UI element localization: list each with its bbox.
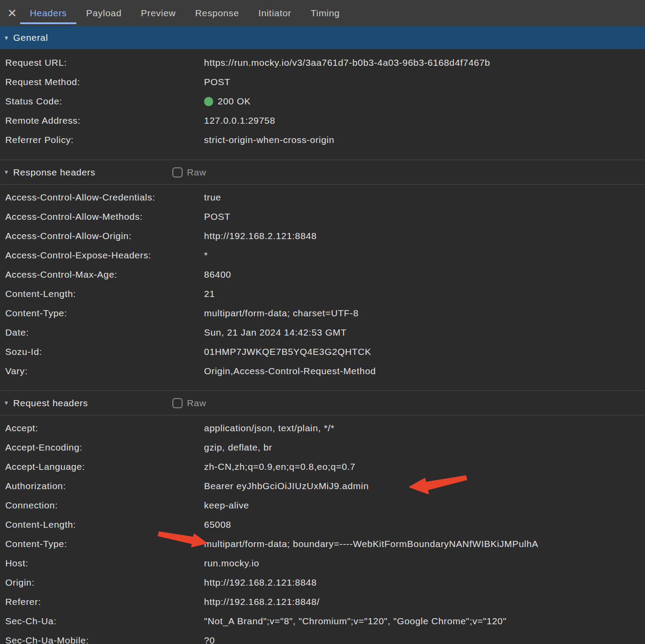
header-name: Vary: [0,366,204,376]
header-name: Status Code: [0,96,204,107]
table-row: Content-Length: 21 [0,284,645,304]
header-value: * [204,250,645,261]
response-headers-section-header[interactable]: ▼ Response headers Raw [0,160,645,185]
general-rows: Request URL: https://run.mocky.io/v3/3aa… [0,49,645,150]
header-value: 21 [204,289,645,299]
tab-label: Timing [311,8,340,18]
header-value: 01HMP7JWKQE7B5YQ4E3G2QHTCK [204,347,645,357]
tab-timing[interactable]: Timing [301,0,349,26]
header-name: Accept-Encoding: [0,442,204,453]
table-row: Request Method: POST [0,72,645,92]
header-value: run.mocky.io [204,558,645,569]
table-row: Sozu-Id: 01HMP7JWKQE7B5YQ4E3G2QHTCK [0,342,645,361]
table-row: Remote Address: 127.0.0.1:29758 [0,111,645,130]
header-name: Authorization: [0,481,204,491]
tab-headers[interactable]: Headers [20,0,76,26]
table-row: Referer: http://192.168.2.121:8848/ [0,592,645,612]
table-row: Accept-Language: zh-CN,zh;q=0.9,en;q=0.8… [0,457,645,476]
raw-checkbox[interactable] [172,167,183,177]
table-row: Access-Control-Max-Age: 86400 [0,265,645,284]
header-name: Request Method: [0,77,204,87]
table-row: Connection: keep-alive [0,496,645,515]
section-title: Request headers [13,398,88,408]
header-name: Accept: [0,423,204,433]
header-value: POST [204,77,645,87]
close-icon[interactable]: ✕ [0,0,20,26]
header-value: multipart/form-data; boundary=----WebKit… [204,539,645,549]
header-name: Sozu-Id: [0,347,204,357]
raw-checkbox-label[interactable]: Raw [187,167,206,178]
raw-checkbox-label[interactable]: Raw [187,398,206,408]
header-name: Sec-Ch-Ua-Mobile: [0,635,204,644]
tab-initiator[interactable]: Initiator [249,0,301,26]
raw-checkbox[interactable] [172,398,183,408]
header-value: "Not_A Brand";v="8", "Chromium";v="120",… [204,616,645,626]
header-name: Access-Control-Expose-Headers: [0,250,204,261]
header-name: Origin: [0,577,204,588]
response-headers-rows: Access-Control-Allow-Credentials: true A… [0,185,645,381]
header-name: Remote Address: [0,115,204,126]
header-name: Request URL: [0,57,204,68]
table-row: Content-Type: multipart/form-data; bound… [0,534,645,554]
header-value: Bearer eyJhbGciOiJIUzUxMiJ9.admin [204,481,645,491]
status-value: 200 OK [204,96,645,107]
header-value: keep-alive [204,500,645,511]
chevron-down-icon[interactable]: ▼ [4,35,13,41]
tab-label: Payload [86,8,122,18]
header-value: gzip, deflate, br [204,442,645,453]
header-name: Content-Length: [0,289,204,299]
header-name: Content-Length: [0,519,204,530]
tab-label: Initiator [258,8,291,18]
section-title: General [13,32,48,43]
table-row: Referrer Policy: strict-origin-when-cros… [0,130,645,150]
header-value: POST [204,211,645,222]
table-row: Access-Control-Allow-Origin: http://192.… [0,226,645,246]
request-headers-rows: Accept: application/json, text/plain, */… [0,415,645,644]
network-detail-tabbar: ✕ Headers Payload Preview Response Initi… [0,0,645,26]
header-value: ?0 [204,635,645,644]
table-row: Authorization: Bearer eyJhbGciOiJIUzUxMi… [0,476,645,496]
general-section-header[interactable]: ▼ General [0,26,645,49]
header-name: Connection: [0,500,204,511]
tab-payload[interactable]: Payload [76,0,131,26]
header-value: strict-origin-when-cross-origin [204,135,645,145]
table-row: Date: Sun, 21 Jan 2024 14:42:53 GMT [0,323,645,342]
chevron-down-icon[interactable]: ▼ [4,169,13,175]
table-row: Accept: application/json, text/plain, */… [0,419,645,438]
header-value: http://192.168.2.121:8848 [204,231,645,241]
header-name: Access-Control-Allow-Methods: [0,211,204,222]
header-value: http://192.168.2.121:8848/ [204,597,645,607]
header-value: 86400 [204,269,645,280]
tab-preview[interactable]: Preview [131,0,186,26]
header-value: multipart/form-data; charset=UTF-8 [204,308,645,318]
header-value: Origin,Access-Control-Request-Method [204,366,645,376]
header-name: Sec-Ch-Ua: [0,616,204,626]
table-row: Access-Control-Allow-Credentials: true [0,188,645,207]
header-name: Host: [0,558,204,569]
table-row: Sec-Ch-Ua-Mobile: ?0 [0,631,645,644]
table-row: Host: run.mocky.io [0,554,645,573]
header-name: Content-Type: [0,539,204,549]
status-green-dot [204,97,213,106]
table-row: Content-Type: multipart/form-data; chars… [0,304,645,323]
table-row: Status Code: 200 OK [0,92,645,111]
header-value: https://run.mocky.io/v3/3aa761d7-b0b3-4a… [204,57,645,68]
table-row: Vary: Origin,Access-Control-Request-Meth… [0,361,645,381]
table-row: Sec-Ch-Ua: "Not_A Brand";v="8", "Chromiu… [0,612,645,631]
header-value: 65008 [204,519,645,530]
header-name: Access-Control-Allow-Origin: [0,231,204,241]
tab-response[interactable]: Response [186,0,249,26]
header-value: zh-CN,zh;q=0.9,en;q=0.8,eo;q=0.7 [204,462,645,472]
chevron-down-icon[interactable]: ▼ [4,400,13,406]
header-value: Sun, 21 Jan 2024 14:42:53 GMT [204,327,645,338]
header-name: Accept-Language: [0,462,204,472]
header-name: Date: [0,327,204,338]
tab-label: Response [195,8,239,18]
table-row: Request URL: https://run.mocky.io/v3/3aa… [0,53,645,72]
header-name: Referer: [0,597,204,607]
header-value: application/json, text/plain, */* [204,423,645,433]
table-row: Origin: http://192.168.2.121:8848 [0,573,645,592]
request-headers-section-header[interactable]: ▼ Request headers Raw [0,390,645,415]
header-name: Content-Type: [0,308,204,318]
header-value: 200 OK [218,96,251,107]
